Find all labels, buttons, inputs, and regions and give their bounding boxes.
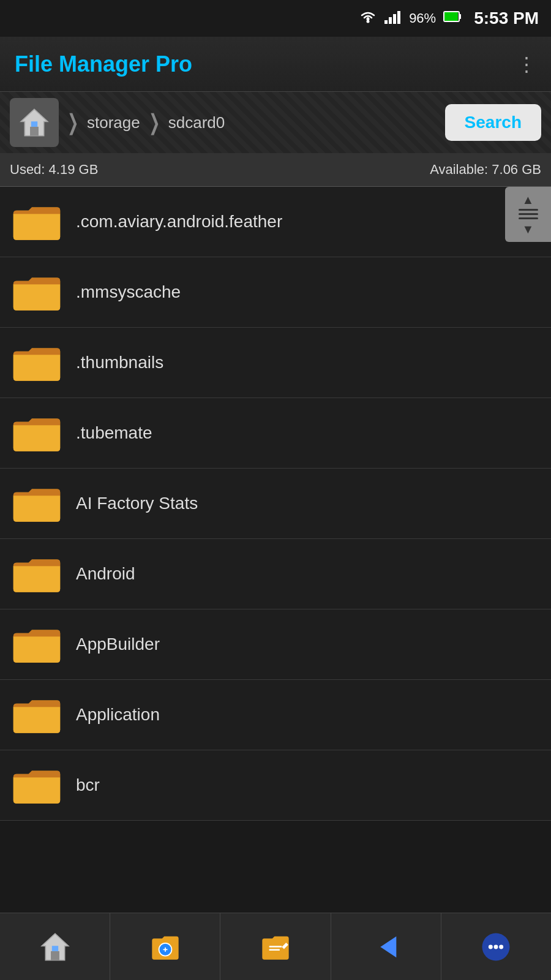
list-item[interactable]: Android	[0, 539, 551, 609]
wifi-icon	[359, 9, 377, 28]
search-button[interactable]: Search	[445, 104, 541, 141]
svg-rect-12	[51, 951, 59, 960]
list-item[interactable]: Application	[0, 680, 551, 750]
svg-point-23	[500, 944, 504, 949]
svg-rect-6	[459, 14, 461, 19]
status-time: 5:53 PM	[474, 9, 539, 28]
svg-rect-4	[397, 11, 400, 24]
nav-home[interactable]	[0, 913, 110, 980]
file-name: .tubemate	[76, 423, 152, 443]
svg-point-0	[367, 20, 370, 23]
svg-rect-13	[51, 946, 58, 951]
bottom-nav	[0, 913, 551, 980]
list-item[interactable]: AppBuilder	[0, 609, 551, 680]
svg-marker-19	[381, 936, 397, 957]
nav-add-folder[interactable]	[110, 913, 220, 980]
svg-rect-2	[389, 17, 392, 24]
list-item[interactable]: .thumbnails	[0, 328, 551, 398]
scroll-up-icon[interactable]: ▲	[522, 194, 534, 206]
file-name: Application	[76, 705, 160, 725]
svg-point-21	[489, 944, 493, 949]
scroll-indicator[interactable]: ▲ ▼	[505, 187, 551, 242]
svg-rect-17	[269, 946, 282, 948]
svg-rect-18	[269, 949, 280, 951]
app-title: File Manager Pro	[15, 51, 192, 77]
file-name: AppBuilder	[76, 635, 160, 654]
file-name: .thumbnails	[76, 353, 163, 372]
nav-more[interactable]	[441, 913, 551, 980]
scroll-down-icon[interactable]: ▼	[522, 223, 534, 235]
list-item[interactable]: AI Factory Stats	[0, 469, 551, 539]
file-name: AI Factory Stats	[76, 494, 198, 513]
svg-rect-10	[31, 121, 37, 127]
list-item[interactable]: .mmsyscache	[0, 257, 551, 328]
breadcrumb-storage[interactable]: storage	[87, 113, 140, 132]
svg-rect-7	[444, 12, 458, 21]
svg-point-22	[494, 944, 498, 949]
menu-button[interactable]: ⋮	[517, 53, 536, 76]
breadcrumb-arrow-1: ❯	[67, 110, 78, 135]
nav-edit[interactable]	[220, 913, 331, 980]
nav-back[interactable]	[331, 913, 441, 980]
battery-icon	[443, 9, 462, 28]
file-name: Android	[76, 564, 135, 584]
svg-rect-1	[384, 20, 388, 24]
list-item[interactable]: bcr	[0, 750, 551, 821]
breadcrumb-bar: ❯ storage ❯ sdcard0 Search	[0, 92, 551, 153]
storage-bar: Used: 4.19 GB Available: 7.06 GB	[0, 153, 551, 187]
svg-rect-16	[165, 947, 166, 951]
breadcrumb-sdcard[interactable]: sdcard0	[168, 113, 225, 132]
storage-used: Used: 4.19 GB	[10, 162, 98, 178]
list-item[interactable]: .com.aviary.android.feather	[0, 187, 551, 257]
file-name: .com.aviary.android.feather	[76, 212, 282, 232]
file-name: .mmsyscache	[76, 282, 181, 302]
scroll-lines	[519, 209, 538, 219]
file-list: .com.aviary.android.feather .mmsyscache …	[0, 187, 551, 821]
signal-icon	[384, 9, 402, 28]
breadcrumb-arrow-2: ❯	[149, 110, 160, 135]
svg-rect-9	[30, 127, 39, 136]
svg-rect-3	[393, 14, 396, 24]
title-bar: File Manager Pro ⋮	[0, 37, 551, 92]
status-bar: 96% 5:53 PM	[0, 0, 551, 37]
battery-percentage: 96%	[409, 10, 436, 26]
storage-available: Available: 7.06 GB	[430, 162, 541, 178]
list-item[interactable]: .tubemate	[0, 398, 551, 469]
home-button[interactable]	[10, 98, 59, 147]
file-name: bcr	[76, 775, 100, 795]
